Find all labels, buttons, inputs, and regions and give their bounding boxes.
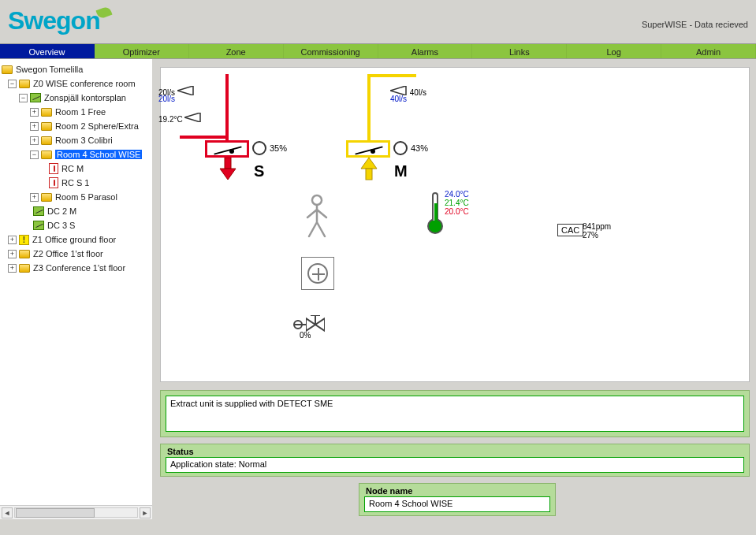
horizontal-scrollbar[interactable]: ◄ ► [0, 505, 152, 519]
occupancy-icon [301, 194, 333, 241]
tree-label: Room 1 Free [55, 107, 106, 117]
tree-z3[interactable]: + Z3 Conference 1'st floor [2, 261, 151, 275]
cac-ppm: 841ppm [583, 222, 611, 231]
tree-label: Swegon Tomelilla [16, 65, 83, 74]
nav-zone[interactable]: Zone [189, 44, 284, 58]
collapse-icon[interactable]: − [8, 80, 17, 88]
svg-marker-5 [361, 158, 377, 169]
tree-label: Room 5 Parasol [55, 192, 117, 202]
temp-current: 21.4°C [445, 199, 469, 207]
tree-label-selected: Room 4 School WISE [55, 150, 142, 159]
extract-arrow-up-icon [359, 158, 379, 183]
sensor-icon [49, 163, 58, 174]
damper-icon [33, 206, 44, 216]
brand-logo: Swegon [8, 6, 111, 35]
extract-damper-pct: 43% [411, 143, 428, 153]
nav-alarms[interactable]: Alarms [378, 44, 473, 58]
supply-sensor-icon [252, 141, 266, 155]
tree-sidebar: Swegon Tomelilla − Z0 WISE conference ro… [0, 59, 154, 519]
tree-label: RC M [61, 164, 84, 173]
expand-icon[interactable]: + [30, 193, 39, 202]
extract-flow-setpoint: 40l/s [390, 95, 407, 103]
folder-icon [41, 150, 52, 159]
add-element-button[interactable] [301, 257, 334, 290]
nav-optimizer[interactable]: Optimizer [95, 44, 189, 58]
node-name-value: Room 4 School WISE [364, 496, 550, 512]
svg-marker-3 [220, 169, 236, 180]
extract-damper[interactable] [346, 140, 390, 158]
tree-room1[interactable]: + Room 1 Free [2, 105, 151, 119]
expand-icon[interactable]: + [30, 122, 39, 131]
tree-room4[interactable]: − Room 4 School WISE [2, 147, 151, 162]
folder-icon [41, 136, 52, 145]
thermometer-icon [427, 192, 443, 234]
tree-rcm[interactable]: RC M [2, 162, 151, 176]
main-nav: Overview Optimizer Zone Commissioning Al… [0, 43, 756, 59]
room-diagram: 20l/s 20l/s 19.2°C 35% S 40l/s 4 [160, 67, 750, 382]
plus-icon [307, 263, 328, 284]
tree-label: Z0 WISE conference room [33, 79, 136, 88]
collapse-icon[interactable]: − [30, 150, 39, 159]
folder-icon [41, 122, 52, 131]
extract-label: M [394, 162, 408, 180]
damper-icon [30, 93, 41, 102]
svg-rect-2 [225, 158, 231, 169]
expand-icon[interactable]: + [8, 250, 17, 258]
temp-low: 20.0°C [445, 207, 469, 216]
nav-links[interactable]: Links [472, 44, 567, 58]
supply-damper-pct: 35% [270, 143, 287, 153]
extract-pipe [369, 74, 416, 77]
tree-dc2m[interactable]: DC 2 M [2, 204, 151, 218]
tree-label: RC S 1 [61, 178, 89, 188]
diffuser-icon [184, 113, 202, 122]
nav-log[interactable]: Log [567, 44, 661, 58]
status-text: Application state: Normal [166, 457, 744, 473]
folder-icon [41, 193, 52, 202]
tree-zonspjall[interactable]: − Zonspjäll kontorsplan [2, 91, 151, 105]
svg-rect-6 [366, 169, 372, 180]
tree-label: DC 2 M [47, 206, 76, 216]
svg-marker-0 [177, 86, 193, 95]
tree-room5[interactable]: + Room 5 Parasol [2, 190, 151, 204]
diffuser-icon [177, 86, 195, 95]
tree-label: Z2 Office 1'st floor [33, 249, 103, 258]
nav-overview[interactable]: Overview [0, 44, 95, 58]
supply-pipe [180, 136, 229, 139]
supply-label: S [254, 162, 264, 180]
svg-marker-1 [184, 113, 200, 122]
folder-icon [41, 108, 52, 117]
supply-damper[interactable] [205, 140, 249, 158]
brand-text: Swegon [8, 6, 100, 35]
expand-icon[interactable]: + [30, 136, 39, 145]
tree-z1[interactable]: + ! Z1 Office ground floor [2, 232, 151, 247]
tree-label: DC 3 S [47, 221, 75, 230]
expand-icon[interactable]: + [8, 236, 17, 244]
expand-icon[interactable]: + [30, 108, 39, 117]
valve-pct: 0% [300, 331, 311, 340]
tree-room2[interactable]: + Room 2 Sphere/Extra [2, 119, 151, 133]
tree-dc3s[interactable]: DC 3 S [2, 218, 151, 232]
tree-z2[interactable]: + Z2 Office 1'st floor [2, 247, 151, 261]
expand-icon[interactable]: + [8, 264, 17, 273]
nav-commissioning[interactable]: Commissioning [284, 44, 378, 58]
tree-room3[interactable]: + Room 3 Colibri [2, 133, 151, 147]
message-panel: Extract unit is supplied with DETECT SME [160, 390, 750, 437]
nav-admin[interactable]: Admin [661, 44, 756, 58]
status-title: Status [166, 446, 744, 457]
temp-high: 24.0°C [445, 190, 469, 199]
sensor-icon [49, 177, 58, 188]
scroll-right-icon[interactable]: ► [140, 507, 151, 518]
scroll-thumb[interactable] [16, 508, 95, 518]
cac-pct: 27% [583, 231, 598, 240]
folder-icon [19, 264, 30, 273]
tree-z0[interactable]: − Z0 WISE conference room [2, 76, 151, 91]
connection-status: SuperWISE - Data recieved [642, 20, 748, 29]
tree-label: Room 3 Colibri [55, 136, 113, 145]
message-text: Extract unit is supplied with DETECT SME [166, 396, 744, 432]
tree-rcs1[interactable]: RC S 1 [2, 176, 151, 190]
scroll-left-icon[interactable]: ◄ [2, 507, 13, 518]
tree-label: Z1 Office ground floor [32, 235, 116, 244]
collapse-icon[interactable]: − [19, 94, 28, 102]
supply-pipe [225, 74, 229, 136]
tree-root[interactable]: Swegon Tomelilla [2, 62, 151, 76]
